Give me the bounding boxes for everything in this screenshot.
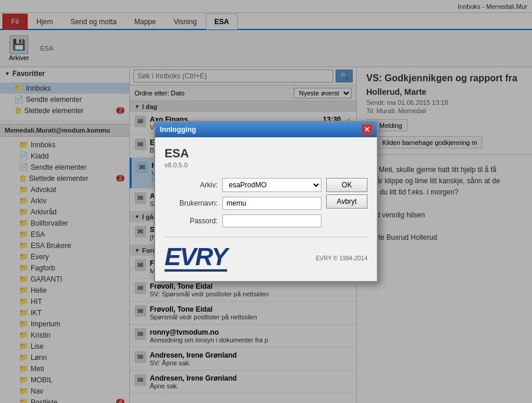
form-area: Arkiv: esaProdMO Brukernavn: Passord: (165, 178, 367, 227)
brukernavn-label: Brukernavn: (165, 199, 218, 207)
evry-logo-area: EVRY EVRY © 1994-2014 (165, 237, 367, 272)
ok-button[interactable]: OK (326, 178, 367, 192)
arkiv-select[interactable]: esaProdMO (222, 178, 321, 192)
dialog-overlay: Innlogging ✕ ESA v8.0.5.0 Arkiv: esaProd… (0, 0, 532, 403)
form-row-arkiv: Arkiv: esaProdMO (165, 178, 321, 192)
passord-label: Passord: (165, 217, 218, 225)
evry-copyright: EVRY © 1994-2014 (316, 255, 367, 262)
dialog-version: v8.0.5.0 (165, 161, 367, 169)
avbryt-button[interactable]: Avbryt (326, 194, 367, 209)
dialog-esa-title: ESA (165, 147, 367, 160)
dialog-titlebar: Innlogging ✕ (155, 122, 377, 137)
dialog-title: Innlogging (160, 125, 196, 134)
dialog-close-button[interactable]: ✕ (362, 124, 372, 135)
dialog-buttons: OK Avbryt (326, 178, 367, 209)
login-dialog: Innlogging ✕ ESA v8.0.5.0 Arkiv: esaProd… (154, 121, 378, 282)
evry-logo-text: EVRY (165, 245, 227, 272)
form-row-passord: Passord: (165, 214, 321, 227)
passord-input[interactable] (222, 214, 321, 227)
brukernavn-input[interactable] (222, 197, 321, 210)
dialog-body: ESA v8.0.5.0 Arkiv: esaProdMO Brukernavn… (155, 137, 377, 281)
arkiv-label: Arkiv: (165, 181, 218, 189)
form-row-brukernavn: Brukernavn: (165, 197, 321, 210)
form-fields: Arkiv: esaProdMO Brukernavn: Passord: (165, 178, 321, 227)
